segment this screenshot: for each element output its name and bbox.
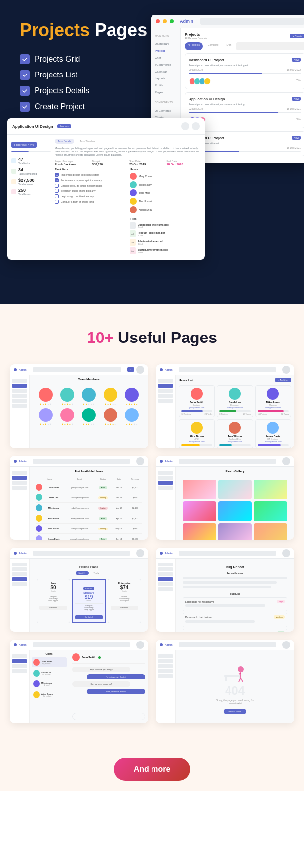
project-dates-3: 31 Dec 2019 18 Dec 2021 <box>189 146 301 149</box>
user-card-progress-fill-2 <box>219 410 236 412</box>
mini-body-team: Team Members <box>10 375 148 448</box>
detail-progress-fill <box>11 151 29 152</box>
task-checkbox-5[interactable] <box>55 194 59 198</box>
mini-sidebar-userlist <box>156 375 176 448</box>
project-title-1: Dashboard UI Project <box>189 58 224 62</box>
add-user-btn[interactable]: + Add User <box>275 378 291 382</box>
mini-body-pricing: Pricing Plans Monthly Yearly Free $0 <box>10 559 148 632</box>
user-card-email-6: emma@admin.com <box>258 440 289 443</box>
plan-btn-enterprise[interactable]: Get Started <box>111 606 138 610</box>
task-checkbox-3[interactable] <box>55 184 59 188</box>
gallery-thumb-4 <box>183 501 216 521</box>
contact-item-1[interactable]: John Smith Hey, how are... <box>32 657 67 667</box>
user-avatar-2 <box>130 181 137 188</box>
contact-item-3[interactable]: Mike Jones All good! <box>32 679 67 689</box>
chat-input-field[interactable] <box>72 713 145 720</box>
chat-nav-2 <box>12 659 27 663</box>
search-projects-input[interactable] <box>236 42 304 50</box>
user-card-progress-6 <box>258 444 289 446</box>
mini-sidebar-pricing <box>10 559 30 632</box>
mockup-header: Admin <box>151 15 304 28</box>
list-nav-1 <box>12 471 27 475</box>
404-nav-1 <box>158 654 173 658</box>
plan-price-basic: $0 <box>39 585 67 590</box>
list-avatar-1 <box>36 484 42 491</box>
contact-avatar-1 <box>33 659 40 666</box>
project-card-1: Dashboard UI Project New Lorem ipsum dol… <box>185 53 304 89</box>
star <box>42 403 44 405</box>
user-cards-grid: John Smith Designer john@admin.com 12 Pr… <box>179 385 291 448</box>
mini-logo-text-6: Admin <box>165 552 173 555</box>
task-checkbox-4[interactable] <box>55 189 59 193</box>
mini-body-list: List Available Users Name Email Status D… <box>10 467 148 540</box>
project-progress-fill-1 <box>189 73 262 74</box>
mini-content-404: 404 Sorry, the page you are looking for … <box>176 650 294 723</box>
nav-3 <box>158 389 173 393</box>
create-project-button[interactable]: + Create <box>290 34 304 38</box>
project-progress-fill-2 <box>189 112 278 113</box>
pricing-monthly[interactable]: Monthly <box>76 571 89 575</box>
screenshot-inner-team: Admin + <box>10 364 148 448</box>
list-avatar-6 <box>36 535 42 540</box>
back-home-btn[interactable]: Back to Home <box>224 709 246 714</box>
list-row-4: Alice Brown alice@example.com Active Apr… <box>36 513 142 524</box>
report-nav-3 <box>158 572 173 576</box>
list-row-5: Tom Wilson tom@example.com Pending May 0… <box>36 524 142 534</box>
stat-completed-label: Tasks completed <box>18 172 37 175</box>
contact-name-2: Sarah Lee <box>41 671 51 674</box>
user-card-avatar-6 <box>267 422 279 434</box>
plan-btn-basic[interactable]: Get Started <box>39 606 67 610</box>
pricing-yearly[interactable]: Yearly <box>91 571 102 575</box>
plan-btn-pro[interactable]: Get Started <box>75 615 103 619</box>
filter-draft[interactable]: Draft <box>223 42 234 50</box>
chat-nav-1 <box>12 654 27 658</box>
task-text-5: Legit assign creditive idea any <box>61 195 94 198</box>
task-checkbox-2[interactable] <box>55 178 59 182</box>
pricing-cards-row: Free $0 /month 5 Projects 2GB Storage Em… <box>37 579 141 623</box>
detail-more-icon[interactable] <box>192 122 200 130</box>
team-stars-7 <box>61 423 73 425</box>
star <box>131 403 133 405</box>
star-empty <box>90 423 92 425</box>
contact-preview-2: See you later <box>41 674 51 676</box>
mockup-nav-ecommerce: eCommerce <box>151 61 180 68</box>
and-more-button[interactable]: And more <box>114 758 190 781</box>
screenshot-404: Admin <box>156 640 294 723</box>
pricing-toggle: Monthly Yearly <box>37 571 141 575</box>
contact-item-4[interactable]: Alice Brown Call me back <box>32 690 67 700</box>
team-avatar-4 <box>104 388 117 402</box>
user-name-5: Khalid Snow <box>139 208 152 211</box>
task-checkbox-6[interactable] <box>55 200 59 204</box>
filter-all[interactable]: All Projects <box>185 42 203 50</box>
mini-create-btn[interactable]: + <box>127 367 134 372</box>
user-item-5: Khalid Snow <box>130 206 201 213</box>
contact-avatar-3 <box>33 680 40 687</box>
filter-complete[interactable]: Complete <box>205 42 221 50</box>
mini-body-chat: Chats John Smith Hey, how are... <box>10 650 148 723</box>
task-item-5: Legit assign creditive idea any <box>55 194 126 198</box>
bug-severity-3: Low <box>277 631 285 632</box>
task-checkbox-1[interactable] <box>55 173 59 177</box>
field-value-start: 25 Oct 2019 <box>129 163 164 166</box>
project-meta-3: Lorem ipsum dolor sit amet... <box>189 142 301 145</box>
tab-timeline[interactable]: Task Timeline <box>77 139 98 144</box>
detail-edit-icon[interactable] <box>181 122 189 130</box>
team-member-6 <box>37 408 55 425</box>
team-member-5 <box>122 388 141 405</box>
mini-nav-5 <box>12 399 27 403</box>
contact-item-2[interactable]: Sarah Lee See you later <box>32 668 67 678</box>
star-empty <box>93 403 95 405</box>
stat-hours-num: 250 <box>18 188 30 193</box>
nav-1 <box>158 379 173 383</box>
page-count: 10+ <box>87 329 114 346</box>
screenshot-chat: Admin C <box>10 640 148 723</box>
list-status-6: Active <box>96 538 110 540</box>
user-name-1: Mary Corne <box>139 175 152 178</box>
svg-line-7 <box>241 678 243 682</box>
userlist-header: Users List + Add User <box>179 378 291 382</box>
mini-logo-dot <box>14 368 17 371</box>
stat-completed: 34 Tasks completed <box>11 167 51 175</box>
tab-tasks[interactable]: Task Details <box>55 139 74 144</box>
col-name: Name <box>36 478 64 480</box>
mini-logo-text-5: Admin <box>19 552 27 555</box>
